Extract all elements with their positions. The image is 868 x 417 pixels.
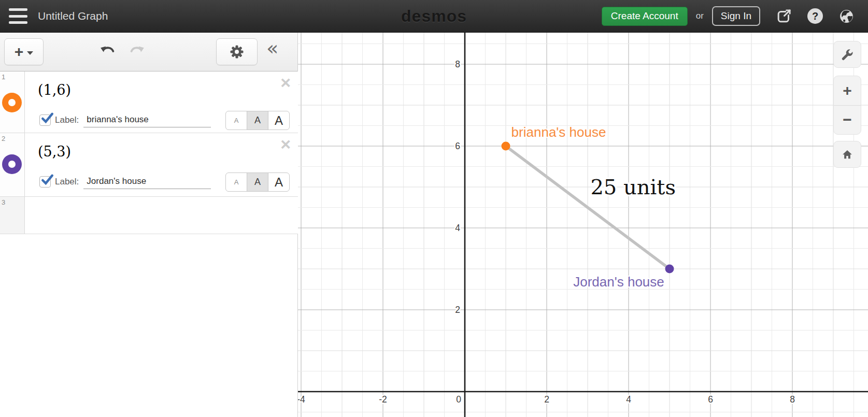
expression-gutter[interactable]: 2 (0, 133, 25, 196)
redo-icon[interactable] (125, 44, 145, 61)
delete-expression-icon[interactable]: × (280, 135, 291, 153)
label-input[interactable] (83, 113, 211, 127)
sign-in-button[interactable]: Sign In (712, 6, 760, 26)
expression-row-empty[interactable]: 3 (0, 197, 298, 234)
label-checkbox[interactable] (39, 176, 51, 188)
add-expression-button[interactable]: + (4, 38, 44, 65)
expressions-panel: + (0, 33, 298, 417)
default-viewport-button[interactable] (833, 141, 861, 168)
help-icon[interactable]: ? (807, 8, 823, 24)
expression-row: 2 (5,3) × Label: A A A (0, 133, 298, 197)
graph-point[interactable] (665, 265, 674, 274)
chevron-down-icon (27, 51, 33, 55)
label-size-small-button[interactable]: A (226, 173, 247, 191)
y-tick-label: 4 (455, 223, 460, 233)
delete-expression-icon[interactable]: × (280, 74, 291, 91)
expression-latex[interactable]: (5,3) (38, 143, 71, 160)
x-tick-label: -2 (379, 394, 387, 405)
graph-canvas[interactable]: -4-202468246825 unitsbrianna's houseJord… (298, 33, 868, 417)
graph-settings-button[interactable] (833, 41, 861, 68)
settings-gear-button[interactable] (216, 38, 258, 65)
desmos-app: -4-202468246825 unitsbrianna's houseJord… (0, 0, 868, 417)
expression-gutter[interactable]: 1 (0, 71, 25, 133)
share-icon[interactable] (776, 8, 792, 24)
top-bar: Untitled Graph desmos Create Account or … (0, 0, 868, 33)
label-size-large-button[interactable]: A (268, 111, 289, 130)
y-tick-label: 6 (455, 141, 460, 151)
label-size-selector: A A A (225, 172, 290, 192)
main-menu-icon[interactable] (9, 8, 27, 24)
label-checkbox[interactable] (39, 114, 51, 126)
graph-point[interactable] (502, 142, 510, 151)
create-account-button[interactable]: Create Account (602, 7, 688, 26)
expressions-toolbar: + (0, 33, 297, 71)
point-label: brianna's house (511, 124, 606, 140)
wrench-icon (840, 47, 855, 62)
zoom-in-button[interactable]: + (834, 76, 861, 106)
x-tick-label: 4 (626, 394, 631, 405)
zoom-controls: + − (833, 76, 861, 135)
expression-latex[interactable]: (1,6) (38, 82, 71, 98)
label-size-medium-button[interactable]: A (247, 173, 268, 191)
undo-icon[interactable] (99, 44, 119, 61)
collapse-panel-icon[interactable]: « (266, 37, 278, 60)
gear-icon (229, 44, 245, 60)
zoom-out-button[interactable]: − (834, 106, 861, 135)
y-tick-label: 2 (455, 305, 460, 315)
x-tick-label: 6 (708, 394, 713, 405)
point-style-icon[interactable] (2, 93, 22, 112)
label-size-medium-button[interactable]: A (247, 111, 268, 130)
expression-row: 1 (1,6) × Label: A A A (0, 71, 298, 133)
x-tick-label: -4 (298, 394, 305, 405)
row-number: 1 (2, 73, 5, 81)
check-icon (40, 174, 54, 187)
language-globe-icon[interactable] (838, 8, 855, 24)
annotation-label: 25 units (590, 175, 676, 199)
label-size-large-button[interactable]: A (268, 173, 289, 191)
point-label: Jordan's house (573, 274, 664, 290)
label-size-selector: A A A (225, 111, 290, 130)
row-number: 2 (2, 135, 5, 142)
point-style-icon[interactable] (2, 154, 22, 174)
label-input[interactable] (83, 175, 211, 189)
label-size-small-button[interactable]: A (226, 111, 247, 130)
check-icon (40, 112, 54, 125)
or-label: or (696, 11, 704, 21)
expression-gutter: 3 (0, 197, 25, 234)
home-icon (841, 148, 854, 161)
graph-title[interactable]: Untitled Graph (38, 10, 108, 22)
x-tick-label: 8 (790, 394, 795, 405)
label-caption: Label: (55, 115, 79, 125)
y-tick-label: 8 (455, 59, 460, 69)
label-caption: Label: (55, 177, 79, 187)
graph-paper[interactable]: -4-202468246825 unitsbrianna's houseJord… (298, 33, 868, 417)
plus-icon: + (15, 44, 24, 60)
x-tick-label: 2 (544, 394, 549, 405)
x-tick-label: 0 (456, 394, 461, 405)
row-number: 3 (2, 198, 5, 206)
